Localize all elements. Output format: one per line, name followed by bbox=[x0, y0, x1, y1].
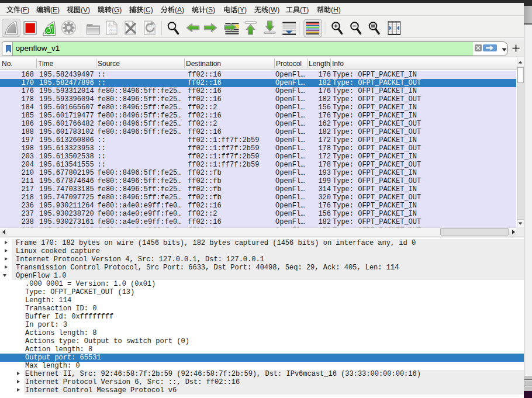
svg-text:(E): (E) bbox=[50, 6, 60, 14]
svg-text:(F): (F) bbox=[20, 6, 29, 14]
svg-text:(G): (G) bbox=[112, 6, 122, 14]
svg-text:(S): (S) bbox=[206, 6, 215, 14]
svg-text:(Y): (Y) bbox=[237, 6, 247, 14]
svg-text:(C): (C) bbox=[143, 6, 153, 14]
svg-text:(H): (H) bbox=[331, 6, 341, 14]
svg-text:(V): (V) bbox=[81, 6, 90, 14]
svg-text:(T): (T) bbox=[300, 6, 309, 14]
svg-text:(W): (W) bbox=[268, 6, 279, 14]
svg-text:0111: 0111 bbox=[109, 32, 116, 35]
svg-text:(A): (A) bbox=[175, 6, 184, 14]
